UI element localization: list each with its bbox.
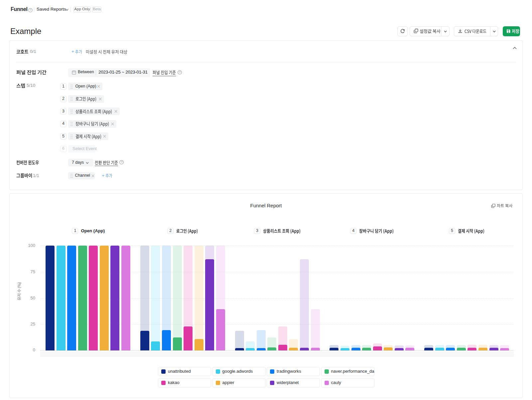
- svg-text:?: ?: [30, 8, 31, 12]
- svg-text:?: ?: [179, 71, 181, 74]
- svg-text:?: ?: [121, 160, 122, 164]
